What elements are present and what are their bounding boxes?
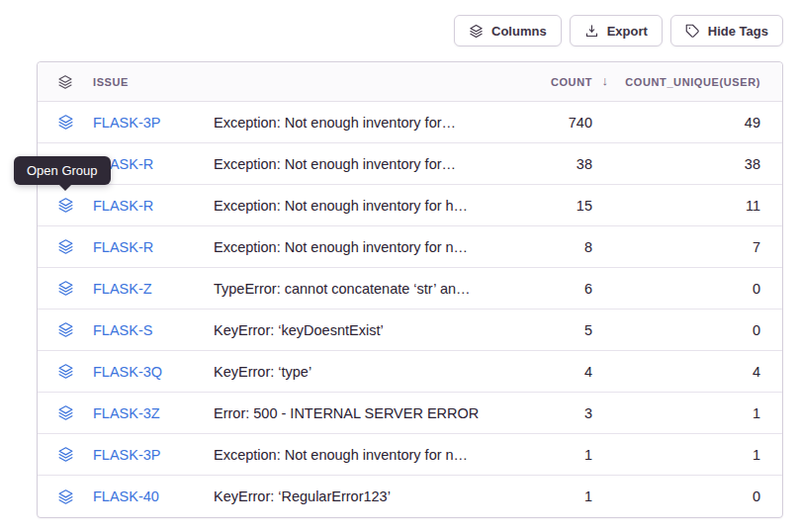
count-value: 1 [584, 488, 592, 504]
columns-button[interactable]: Columns [454, 15, 562, 46]
count-value: 4 [584, 364, 592, 380]
open-group-cell [38, 488, 93, 505]
open-group-stack-icon[interactable] [57, 238, 74, 255]
table-body: FLASK-3P Exception: Not enough inventory… [38, 102, 782, 517]
column-header-count[interactable]: COUNT ↓ [551, 76, 592, 88]
issue-title: KeyError: ‘type’ [214, 364, 503, 380]
open-group-stack-icon[interactable] [57, 404, 74, 421]
hide-tags-button[interactable]: Hide Tags [670, 15, 783, 46]
count-unique-value: 4 [753, 364, 760, 380]
issue-title: Error: 500 - INTERNAL SERVER ERROR [214, 405, 503, 421]
count-value: 6 [584, 281, 592, 297]
tooltip-label: Open Group [27, 163, 98, 178]
table-row: FLASK-3P Exception: Not enough inventory… [38, 102, 782, 143]
table-row: FLASK-3P Exception: Not enough inventory… [38, 434, 782, 476]
open-group-cell [38, 280, 93, 297]
count-unique-value: 0 [753, 322, 760, 338]
export-button-label: Export [607, 24, 648, 39]
open-group-cell [38, 238, 93, 255]
issue-link[interactable]: FLASK-S [93, 322, 214, 338]
count-value: 15 [576, 198, 592, 214]
open-group-cell [38, 404, 93, 421]
column-header-count-unique[interactable]: COUNT_UNIQUE(USER) [625, 76, 760, 88]
open-group-tooltip: Open Group [14, 156, 111, 185]
open-group-cell [38, 114, 93, 131]
issue-title: Exception: Not enough inventory for… [214, 156, 503, 172]
open-group-stack-icon[interactable] [57, 280, 74, 297]
count-value: 3 [584, 405, 592, 421]
issue-title: KeyError: ‘keyDoesntExist’ [214, 322, 503, 338]
issue-link[interactable]: FLASK-R [93, 156, 214, 172]
open-group-stack-icon[interactable] [57, 197, 74, 214]
issue-link[interactable]: FLASK-3P [93, 447, 214, 463]
open-group-cell [38, 197, 93, 214]
issues-table-page: Columns Export Hide Tags [0, 0, 798, 532]
count-unique-value: 38 [745, 156, 760, 172]
count-value: 38 [576, 156, 592, 172]
table-row: FLASK-R Exception: Not enough inventory … [38, 185, 782, 226]
table-row: FLASK-Z TypeError: cannot concatenate ‘s… [38, 268, 782, 310]
open-group-stack-icon[interactable] [57, 446, 74, 463]
download-icon [584, 24, 599, 39]
open-group-stack-icon[interactable] [57, 114, 74, 131]
issue-link[interactable]: FLASK-3P [93, 115, 214, 131]
table-row: FLASK-40 KeyError: ‘RegularError123’ 1 0 [38, 476, 782, 517]
sort-descending-icon: ↓ [602, 73, 609, 88]
issue-stack-header-icon [38, 74, 93, 90]
tag-icon [685, 24, 700, 39]
count-value: 8 [584, 239, 592, 255]
open-group-cell [38, 446, 93, 463]
table-row: FLASK-3Q KeyError: ‘type’ 4 4 [38, 351, 782, 393]
issue-title: KeyError: ‘RegularError123’ [214, 488, 503, 504]
table-row: FLASK-S KeyError: ‘keyDoesntExist’ 5 0 [38, 310, 782, 351]
issue-link[interactable]: FLASK-40 [93, 488, 214, 504]
table-row: FLASK-R Exception: Not enough inventory … [38, 143, 782, 185]
table-row: FLASK-R Exception: Not enough inventory … [38, 226, 782, 268]
export-button[interactable]: Export [570, 15, 663, 46]
count-value: 1 [584, 447, 592, 463]
open-group-cell [38, 363, 93, 380]
count-unique-header-label: COUNT_UNIQUE(USER) [625, 76, 760, 88]
issue-title: TypeError: cannot concatenate ‘str’ an… [214, 281, 503, 297]
issue-link[interactable]: FLASK-3Z [93, 405, 214, 421]
open-group-stack-icon[interactable] [57, 363, 74, 380]
open-group-stack-icon[interactable] [57, 488, 74, 505]
table-row: FLASK-3Z Error: 500 - INTERNAL SERVER ER… [38, 393, 782, 434]
count-value: 740 [569, 115, 592, 131]
count-unique-value: 49 [745, 115, 760, 131]
table-header-row: ISSUE COUNT ↓ COUNT_UNIQUE(USER) [38, 62, 782, 102]
hide-tags-button-label: Hide Tags [708, 24, 768, 39]
issue-link[interactable]: FLASK-R [93, 198, 214, 214]
open-group-stack-icon[interactable] [57, 321, 74, 338]
count-unique-value: 11 [746, 198, 760, 214]
issue-title: Exception: Not enough inventory for n… [214, 239, 503, 255]
count-unique-value: 1 [753, 447, 760, 463]
column-header-issue[interactable]: ISSUE [93, 76, 214, 88]
stack-icon [469, 24, 484, 39]
toolbar: Columns Export Hide Tags [454, 15, 783, 46]
count-unique-value: 0 [753, 488, 760, 504]
issue-title: Exception: Not enough inventory for… [214, 115, 503, 131]
issues-table: ISSUE COUNT ↓ COUNT_UNIQUE(USER) FLASK-3… [37, 61, 783, 518]
issue-title: Exception: Not enough inventory for h… [214, 198, 503, 214]
issue-link[interactable]: FLASK-Z [93, 281, 214, 297]
count-unique-value: 0 [753, 281, 760, 297]
count-header-label: COUNT [551, 76, 592, 88]
issue-link[interactable]: FLASK-R [93, 239, 214, 255]
count-unique-value: 1 [753, 405, 760, 421]
issue-title: Exception: Not enough inventory for n… [214, 447, 503, 463]
count-unique-value: 7 [753, 239, 760, 255]
count-value: 5 [584, 322, 592, 338]
open-group-cell [38, 321, 93, 338]
issue-link[interactable]: FLASK-3Q [93, 364, 214, 380]
columns-button-label: Columns [491, 24, 547, 39]
